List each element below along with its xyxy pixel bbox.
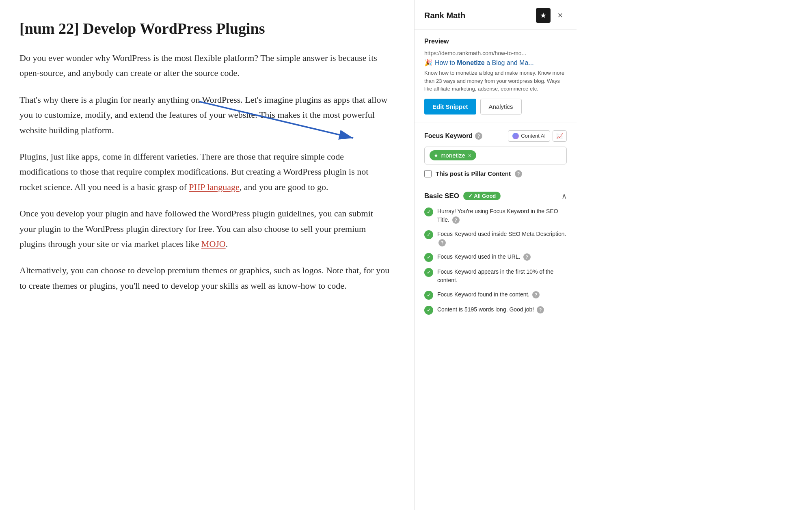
post-body: Do you ever wonder why WordPress is the …: [19, 50, 390, 293]
keyword-star-icon: ★: [434, 152, 438, 158]
preview-title-line: 🎉 How to Monetize a Blog and Ma...: [424, 59, 567, 67]
check-help-icon-1[interactable]: ?: [452, 216, 460, 224]
seo-check-item-1: ✓ Hurray! You're using Focus Keyword in …: [424, 207, 567, 224]
pillar-help-icon[interactable]: ?: [515, 170, 522, 177]
paragraph-4: Once you develop your plugin and have fo…: [19, 206, 390, 251]
analytics-button[interactable]: Analytics: [480, 99, 522, 115]
trend-button[interactable]: 📈: [553, 130, 567, 142]
check-icon-6: ✓: [424, 306, 433, 315]
preview-title-rest: a Blog and Ma...: [485, 59, 534, 66]
sidebar-title: Rank Math: [424, 11, 465, 20]
seo-check-item-5: ✓ Focus Keyword found in the content. ?: [424, 290, 567, 300]
paragraph-2: That's why there is a plugin for nearly …: [19, 92, 390, 138]
post-title: [num 22] Develop WordPress Plugins: [19, 19, 390, 37]
seo-checklist: ✓ Hurray! You're using Focus Keyword in …: [424, 207, 567, 315]
preview-title-bold: Monetize: [457, 59, 484, 66]
check-text-2: Focus Keyword used inside SEO Meta Descr…: [437, 230, 567, 247]
content-ai-button[interactable]: Content AI: [508, 130, 550, 142]
focus-keyword-section: Focus Keyword ? Content AI 📈 ★ monetize …: [415, 123, 577, 185]
mojo-link[interactable]: MOJO: [201, 239, 226, 249]
preview-section: Preview https://demo.rankmath.com/how-to…: [415, 30, 577, 123]
paragraph-3: Plugins, just like apps, come in differe…: [19, 149, 390, 194]
check-help-icon-5[interactable]: ?: [532, 291, 540, 298]
pillar-content-row: This post is Pillar Content ?: [424, 170, 567, 177]
preview-description: Know how to monetize a blog and make mon…: [424, 69, 567, 93]
basic-seo-header: Basic SEO ✓ All Good ∧: [424, 192, 567, 201]
preview-title: How to Monetize a Blog and Ma...: [435, 59, 534, 67]
keyword-remove-icon[interactable]: ×: [468, 152, 471, 159]
check-help-icon-2[interactable]: ?: [438, 239, 446, 246]
seo-check-item-6: ✓ Content is 5195 words long. Good job! …: [424, 305, 567, 315]
check-text-3: Focus Keyword used in the URL. ?: [437, 253, 567, 261]
edit-snippet-button[interactable]: Edit Snippet: [424, 99, 476, 115]
keyword-text: monetize: [441, 152, 465, 159]
preview-label: Preview: [424, 38, 567, 45]
sidebar: Rank Math ★ × Preview https://demo.rankm…: [414, 0, 577, 510]
collapse-icon[interactable]: ∧: [561, 192, 567, 201]
sidebar-header-actions: ★ ×: [536, 8, 567, 23]
focus-keyword-help-icon[interactable]: ?: [475, 132, 482, 140]
preview-buttons: Edit Snippet Analytics: [424, 99, 567, 115]
check-icon-2: ✓: [424, 230, 433, 239]
check-text-5: Focus Keyword found in the content. ?: [437, 290, 567, 299]
focus-keyword-label: Focus Keyword ?: [424, 132, 482, 140]
basic-seo-title: Basic SEO: [424, 192, 459, 200]
preview-title-plain: How to: [435, 59, 457, 66]
check-icon-3: ✓: [424, 253, 433, 262]
basic-seo-title-group: Basic SEO ✓ All Good: [424, 192, 501, 200]
trend-icon: 📈: [556, 133, 563, 139]
star-button[interactable]: ★: [536, 8, 551, 23]
preview-emoji: 🎉: [424, 59, 432, 67]
keyword-tag-input[interactable]: ★ monetize ×: [424, 147, 567, 164]
seo-check-item-2: ✓ Focus Keyword used inside SEO Meta Des…: [424, 230, 567, 247]
seo-check-item-4: ✓ Focus Keyword appears in the first 10%…: [424, 268, 567, 285]
paragraph-5: Alternatively, you can choose to develop…: [19, 263, 390, 293]
paragraph-1: Do you ever wonder why WordPress is the …: [19, 50, 390, 81]
php-language-link[interactable]: PHP language: [189, 182, 239, 192]
content-ai-label: Content AI: [521, 133, 546, 139]
check-icon-5: ✓: [424, 291, 433, 300]
star-icon: ★: [540, 11, 546, 20]
keyword-tag: ★ monetize ×: [430, 150, 476, 160]
preview-url: https://demo.rankmath.com/how-to-mo...: [424, 50, 567, 56]
sidebar-header: Rank Math ★ ×: [415, 0, 577, 30]
basic-seo-section: Basic SEO ✓ All Good ∧ ✓ Hurray! You're …: [415, 185, 577, 321]
check-icon-1: ✓: [424, 207, 433, 216]
check-text-1: Hurray! You're using Focus Keyword in th…: [437, 207, 567, 224]
main-content: [num 22] Develop WordPress Plugins Do yo…: [0, 0, 414, 510]
check-help-icon-3[interactable]: ?: [523, 253, 531, 261]
focus-keyword-actions: Content AI 📈: [508, 130, 567, 142]
pillar-content-checkbox[interactable]: [424, 170, 432, 177]
check-icon-4: ✓: [424, 268, 433, 277]
check-text-6: Content is 5195 words long. Good job! ?: [437, 305, 567, 314]
close-icon: ×: [558, 10, 563, 21]
check-help-icon-6[interactable]: ?: [537, 306, 544, 313]
all-good-badge: ✓ All Good: [463, 192, 501, 200]
content-ai-icon: [512, 133, 519, 139]
focus-keyword-header: Focus Keyword ? Content AI 📈: [424, 130, 567, 142]
seo-check-item-3: ✓ Focus Keyword used in the URL. ?: [424, 253, 567, 262]
close-button[interactable]: ×: [554, 9, 567, 22]
pillar-content-label: This post is Pillar Content: [436, 170, 511, 177]
check-text-4: Focus Keyword appears in the first 10% o…: [437, 268, 567, 285]
